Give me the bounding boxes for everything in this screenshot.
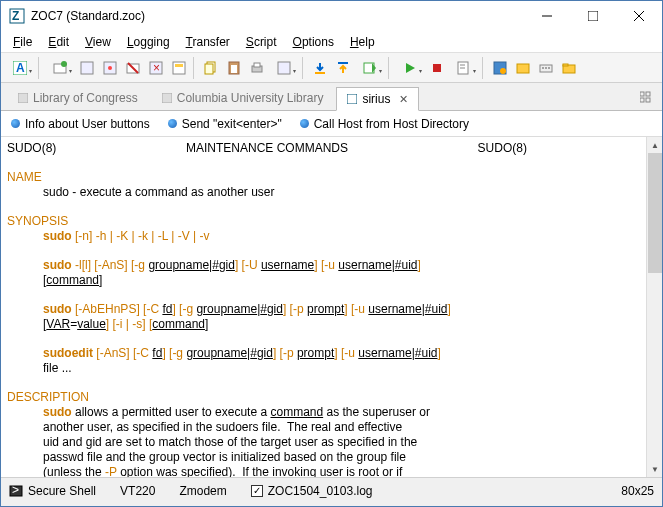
tab-sirius[interactable]: sirius ✕ bbox=[336, 87, 419, 111]
svg-rect-20 bbox=[205, 64, 213, 74]
bullet-icon bbox=[168, 119, 177, 128]
save-session-button[interactable] bbox=[76, 57, 98, 79]
tab-label: Library of Congress bbox=[33, 91, 138, 105]
keyboard-button[interactable] bbox=[535, 57, 557, 79]
shell-icon: > bbox=[9, 484, 23, 498]
title-bar: Z ZOC7 (Standard.zoc) bbox=[1, 1, 662, 31]
close-tab-button[interactable]: × bbox=[145, 57, 167, 79]
capture-button[interactable] bbox=[99, 57, 121, 79]
status-size: 80x25 bbox=[621, 484, 654, 498]
tab-overflow-button[interactable] bbox=[636, 88, 656, 106]
tab-close-icon[interactable]: ✕ bbox=[399, 93, 408, 106]
svg-rect-46 bbox=[646, 92, 650, 96]
tab-columbia[interactable]: Columbia University Library bbox=[151, 86, 335, 110]
toolbar: A × bbox=[1, 53, 662, 83]
bullet-icon bbox=[11, 119, 20, 128]
user-button-info[interactable]: Info about User buttons bbox=[11, 117, 150, 131]
edit-script-button[interactable] bbox=[449, 57, 479, 79]
status-protocol[interactable]: Zmodem bbox=[179, 484, 226, 498]
bullet-icon bbox=[300, 119, 309, 128]
menu-view[interactable]: View bbox=[77, 33, 119, 51]
minimize-button[interactable] bbox=[524, 1, 570, 31]
print-button[interactable] bbox=[246, 57, 268, 79]
window-title: ZOC7 (Standard.zoc) bbox=[31, 9, 524, 23]
tab-label: sirius bbox=[362, 92, 390, 106]
menu-edit[interactable]: Edit bbox=[40, 33, 77, 51]
svg-rect-47 bbox=[640, 98, 644, 102]
scroll-up-icon[interactable]: ▲ bbox=[647, 137, 662, 153]
tab-bar: Library of Congress Columbia University … bbox=[1, 83, 662, 111]
properties-button[interactable] bbox=[168, 57, 190, 79]
user-button-label: Call Host from Host Directory bbox=[314, 117, 469, 131]
svg-rect-48 bbox=[646, 98, 650, 102]
scroll-thumb[interactable] bbox=[648, 153, 662, 273]
svg-text:×: × bbox=[153, 61, 160, 75]
menu-bar: File Edit View Logging Transfer Script O… bbox=[1, 31, 662, 53]
svg-rect-43 bbox=[162, 93, 172, 103]
send-text-button[interactable] bbox=[355, 57, 385, 79]
svg-point-34 bbox=[500, 68, 506, 74]
svg-rect-24 bbox=[254, 63, 260, 67]
options-button[interactable] bbox=[489, 57, 511, 79]
upload-button[interactable] bbox=[332, 57, 354, 79]
tab-library-of-congress[interactable]: Library of Congress bbox=[7, 86, 149, 110]
user-buttons-bar: Info about User buttons Send "exit<enter… bbox=[1, 111, 662, 137]
svg-rect-44 bbox=[347, 94, 357, 104]
menu-help[interactable]: Help bbox=[342, 33, 383, 51]
download-button[interactable] bbox=[309, 57, 331, 79]
log-checkbox-icon[interactable]: ✓ bbox=[251, 485, 263, 497]
svg-text:Z: Z bbox=[12, 9, 19, 23]
explorer-button[interactable] bbox=[558, 57, 580, 79]
svg-rect-22 bbox=[231, 65, 237, 73]
doc-icon bbox=[18, 93, 28, 103]
new-session-button[interactable] bbox=[45, 57, 75, 79]
svg-rect-10 bbox=[81, 62, 93, 74]
status-connection[interactable]: > Secure Shell bbox=[9, 484, 96, 498]
clear-button[interactable] bbox=[269, 57, 299, 79]
svg-rect-35 bbox=[517, 64, 529, 73]
svg-point-12 bbox=[108, 66, 112, 70]
maximize-button[interactable] bbox=[570, 1, 616, 31]
menu-file[interactable]: File bbox=[5, 33, 40, 51]
font-button[interactable]: A bbox=[5, 57, 35, 79]
status-bar: > Secure Shell VT220 Zmodem ✓ ZOC1504_01… bbox=[1, 477, 662, 503]
svg-rect-3 bbox=[588, 11, 598, 21]
svg-rect-25 bbox=[278, 62, 290, 74]
stop-script-button[interactable] bbox=[426, 57, 448, 79]
svg-point-39 bbox=[548, 67, 550, 69]
svg-rect-29 bbox=[433, 64, 441, 72]
terminal-content: SUDO(8) MAINTENANCE COMMANDS SUDO(8) NAM… bbox=[1, 137, 662, 477]
user-button-label: Send "exit<enter>" bbox=[182, 117, 282, 131]
copy-button[interactable] bbox=[200, 57, 222, 79]
svg-text:A: A bbox=[16, 61, 25, 75]
menu-logging[interactable]: Logging bbox=[119, 33, 178, 51]
user-button-call-host[interactable]: Call Host from Host Directory bbox=[300, 117, 469, 131]
menu-script[interactable]: Script bbox=[238, 33, 285, 51]
close-button[interactable] bbox=[616, 1, 662, 31]
scroll-down-icon[interactable]: ▼ bbox=[647, 461, 662, 477]
svg-point-37 bbox=[542, 67, 544, 69]
status-logging[interactable]: ✓ ZOC1504_0103.log bbox=[251, 484, 373, 498]
svg-point-38 bbox=[545, 67, 547, 69]
hostdir-button[interactable] bbox=[512, 57, 534, 79]
svg-rect-17 bbox=[173, 62, 185, 74]
run-script-button[interactable] bbox=[395, 57, 425, 79]
doc-icon bbox=[347, 94, 357, 104]
doc-icon bbox=[162, 93, 172, 103]
terminal-scrollbar[interactable]: ▲ ▼ bbox=[646, 137, 662, 477]
user-button-send-exit[interactable]: Send "exit<enter>" bbox=[168, 117, 282, 131]
svg-point-9 bbox=[61, 61, 67, 67]
svg-rect-18 bbox=[175, 64, 183, 67]
status-emulation[interactable]: VT220 bbox=[120, 484, 155, 498]
tab-label: Columbia University Library bbox=[177, 91, 324, 105]
svg-rect-45 bbox=[640, 92, 644, 96]
paste-button[interactable] bbox=[223, 57, 245, 79]
svg-rect-41 bbox=[563, 64, 568, 66]
terminal-pane[interactable]: SUDO(8) MAINTENANCE COMMANDS SUDO(8) NAM… bbox=[1, 137, 662, 477]
svg-text:>: > bbox=[12, 484, 19, 497]
disconnect-button[interactable] bbox=[122, 57, 144, 79]
menu-transfer[interactable]: Transfer bbox=[178, 33, 238, 51]
user-button-label: Info about User buttons bbox=[25, 117, 150, 131]
app-icon: Z bbox=[9, 8, 25, 24]
menu-options[interactable]: Options bbox=[285, 33, 342, 51]
